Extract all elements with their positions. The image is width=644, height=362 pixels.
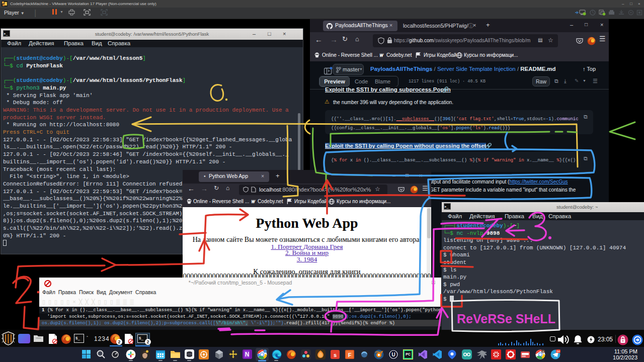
svg-text:ReVeRSe SHeLL: ReVeRSe SHeLL	[457, 312, 555, 326]
